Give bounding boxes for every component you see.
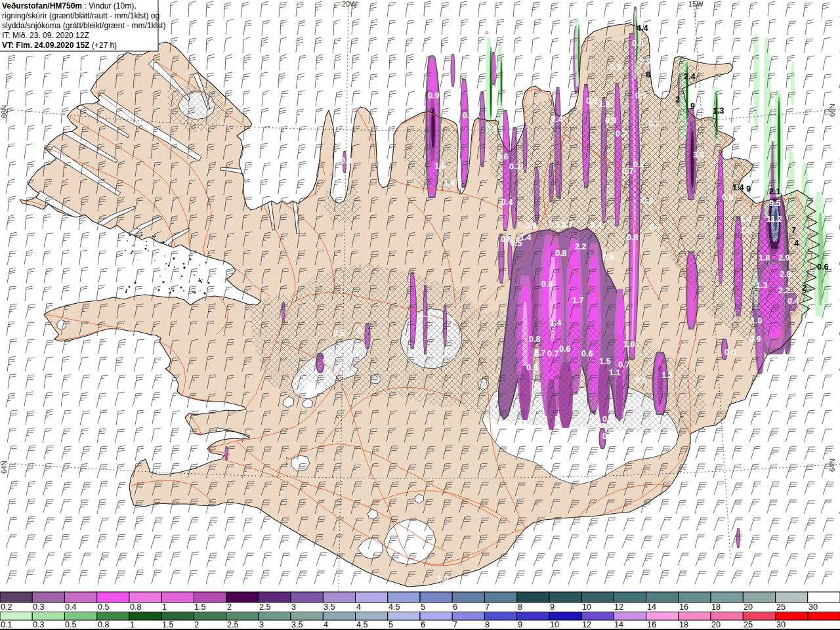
svg-text:1.8: 1.8 xyxy=(759,253,770,262)
svg-text:0.9: 0.9 xyxy=(642,196,653,205)
svg-text:0.8: 0.8 xyxy=(627,233,638,242)
svg-text:0.6: 0.6 xyxy=(559,345,570,354)
svg-text:0.9: 0.9 xyxy=(602,253,614,262)
svg-text:2.5: 2.5 xyxy=(259,602,270,612)
svg-text:0.8: 0.8 xyxy=(130,602,141,612)
svg-text:2: 2 xyxy=(802,284,807,293)
svg-text:1.1: 1.1 xyxy=(662,371,673,380)
svg-text:0.6: 0.6 xyxy=(581,349,593,358)
svg-text:6: 6 xyxy=(453,602,457,612)
svg-text:66N: 66N xyxy=(828,104,836,117)
svg-text:1.2: 1.2 xyxy=(740,226,751,235)
svg-text:25: 25 xyxy=(776,602,786,612)
svg-text:16: 16 xyxy=(647,620,656,629)
svg-text:0.9: 0.9 xyxy=(526,363,537,372)
svg-text:0.7: 0.7 xyxy=(547,349,558,358)
svg-text:18: 18 xyxy=(711,602,721,612)
svg-text:1: 1 xyxy=(162,602,167,612)
svg-text:0.6: 0.6 xyxy=(817,262,828,272)
svg-text:0.3: 0.3 xyxy=(509,162,520,171)
svg-text:7: 7 xyxy=(453,620,457,629)
svg-text:0.8: 0.8 xyxy=(98,620,109,629)
svg-text:4: 4 xyxy=(356,602,361,612)
svg-text:0.9: 0.9 xyxy=(525,221,536,230)
svg-text:0.3: 0.3 xyxy=(33,602,44,612)
svg-text:9: 9 xyxy=(746,184,751,194)
svg-text:1.6: 1.6 xyxy=(434,161,446,171)
svg-text:25: 25 xyxy=(744,620,753,629)
svg-text:16: 16 xyxy=(679,602,688,612)
svg-text:0.5: 0.5 xyxy=(323,356,334,366)
svg-text:1.3: 1.3 xyxy=(756,281,767,290)
svg-text:1.5: 1.5 xyxy=(162,620,173,629)
svg-text:0.5: 0.5 xyxy=(65,620,76,629)
svg-text:0.8: 0.8 xyxy=(529,335,540,344)
svg-text:0.4: 0.4 xyxy=(602,432,614,441)
svg-text:3: 3 xyxy=(291,602,296,612)
svg-text:1.0: 1.0 xyxy=(751,316,762,326)
svg-text:9.5: 9.5 xyxy=(769,199,780,208)
svg-text:1.0: 1.0 xyxy=(437,574,448,583)
svg-text:1.9: 1.9 xyxy=(598,100,610,109)
svg-text:64N: 64N xyxy=(828,459,836,472)
svg-text:2: 2 xyxy=(675,95,680,104)
svg-text:0.9: 0.9 xyxy=(605,116,616,125)
svg-text:2.9: 2.9 xyxy=(640,57,651,66)
svg-text:0.2: 0.2 xyxy=(1,602,12,612)
svg-text:9: 9 xyxy=(690,102,695,111)
svg-text:12: 12 xyxy=(582,620,591,629)
svg-text:0.7: 0.7 xyxy=(622,167,633,176)
svg-text:1.0: 1.0 xyxy=(623,340,635,349)
svg-text:0.8: 0.8 xyxy=(610,63,621,72)
svg-text:14: 14 xyxy=(614,620,623,629)
svg-text:64N: 64N xyxy=(0,461,8,474)
svg-text:Veðurstofan/HM750m : Vindur (1: Veðurstofan/HM750m : Vindur (10m), xyxy=(2,1,136,10)
svg-text:7: 7 xyxy=(450,316,455,326)
svg-text:4: 4 xyxy=(324,620,328,629)
svg-text:9: 9 xyxy=(550,602,555,612)
svg-text:7: 7 xyxy=(791,226,796,235)
svg-text:1.4: 1.4 xyxy=(550,318,561,327)
svg-text:0.4: 0.4 xyxy=(525,529,536,538)
svg-text:1.1: 1.1 xyxy=(420,310,431,319)
svg-text:1.9: 1.9 xyxy=(444,178,455,188)
svg-text:0.7: 0.7 xyxy=(562,220,573,230)
svg-text:1.3: 1.3 xyxy=(713,106,724,116)
svg-text:3.5: 3.5 xyxy=(324,602,335,612)
svg-text:2.5: 2.5 xyxy=(227,620,238,629)
svg-text:8: 8 xyxy=(646,70,650,79)
svg-text:0.5: 0.5 xyxy=(333,329,345,338)
svg-text:0.9: 0.9 xyxy=(749,335,761,344)
svg-text:0.8: 0.8 xyxy=(722,193,733,202)
svg-text:IT: Mið. 23. 09. 2020 12Z: IT: Mið. 23. 09. 2020 12Z xyxy=(2,31,89,40)
svg-text:2.4: 2.4 xyxy=(684,72,695,81)
svg-text:18: 18 xyxy=(679,620,688,629)
svg-text:VT: Fim. 24.09.2020 15Z (+27 h: VT: Fim. 24.09.2020 15Z (+27 h) xyxy=(2,41,117,50)
svg-text:2.4: 2.4 xyxy=(551,115,562,124)
svg-text:0.5: 0.5 xyxy=(98,602,109,612)
svg-text:2: 2 xyxy=(194,620,199,629)
svg-text:3: 3 xyxy=(259,620,264,629)
svg-text:2.9: 2.9 xyxy=(778,253,789,262)
svg-text:0.6: 0.6 xyxy=(635,376,646,385)
svg-text:30: 30 xyxy=(776,620,786,629)
svg-text:0.6: 0.6 xyxy=(463,111,474,120)
svg-text:slydda/snjókoma (grátt/bleikt/: slydda/snjókoma (grátt/bleikt/grænt - mm… xyxy=(2,21,165,30)
svg-text:3.5: 3.5 xyxy=(291,620,303,629)
svg-text:0.9: 0.9 xyxy=(428,91,439,100)
svg-text:5: 5 xyxy=(421,602,425,612)
svg-text:0.4: 0.4 xyxy=(788,297,799,306)
svg-text:12: 12 xyxy=(614,602,623,612)
svg-text:0.3: 0.3 xyxy=(33,620,44,629)
svg-text:0.9: 0.9 xyxy=(635,91,646,100)
svg-text:0.4: 0.4 xyxy=(724,348,736,357)
svg-text:2: 2 xyxy=(227,602,232,612)
svg-text:1.1: 1.1 xyxy=(609,368,620,377)
svg-text:0.4: 0.4 xyxy=(486,124,497,133)
svg-text:0.5: 0.5 xyxy=(511,239,522,248)
svg-text:0.7: 0.7 xyxy=(616,129,627,138)
svg-text:2.8: 2.8 xyxy=(780,270,791,279)
svg-text:0.6: 0.6 xyxy=(497,152,508,161)
svg-text:4: 4 xyxy=(794,239,799,248)
svg-text:7: 7 xyxy=(485,602,490,612)
